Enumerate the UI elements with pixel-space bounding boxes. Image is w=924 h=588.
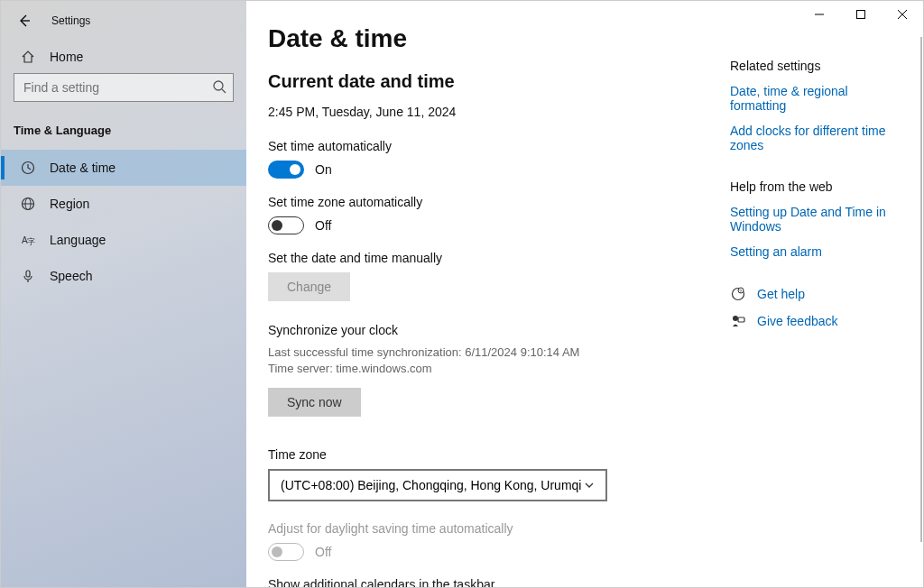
help-actions-section: ? Get help Give feedback [730,286,901,329]
auto-timezone-state: Off [315,218,331,233]
give-feedback-row[interactable]: Give feedback [730,313,901,329]
search-box [14,73,234,102]
svg-text:?: ? [739,289,742,294]
link-add-clocks[interactable]: Add clocks for different time zones [730,124,901,152]
manual-set-label: Set the date and time manually [268,251,719,265]
sync-heading: Synchronize your clock [268,323,719,337]
scrollbar-thumb[interactable] [920,37,922,542]
sync-server: Time server: time.windows.com [268,361,719,377]
sidebar-item-date-time[interactable]: Date & time [1,150,246,186]
auto-time-state: On [315,162,332,177]
sidebar-header: Settings [1,1,246,41]
dst-toggle [268,543,304,561]
globe-icon [21,197,35,211]
home-icon [21,50,35,64]
link-setting-alarm[interactable]: Setting an alarm [730,244,901,259]
sidebar-home-label: Home [50,50,83,64]
sidebar-item-language[interactable]: A字 Language [1,222,246,258]
sync-now-button[interactable]: Sync now [268,388,361,417]
search-input[interactable] [14,73,234,102]
svg-point-17 [733,316,738,321]
content-column: Date & time Current date and time 2:45 P… [268,24,719,587]
minimize-button[interactable] [799,1,840,28]
help-web-heading: Help from the web [730,179,901,194]
back-arrow-icon [17,14,32,28]
current-date-time-value: 2:45 PM, Tuesday, June 11, 2024 [268,105,719,119]
get-help-icon: ? [730,286,746,302]
link-setup-date-time[interactable]: Setting up Date and Time in Windows [730,205,901,234]
settings-window: Settings Home Time & Language Date & [0,0,924,588]
current-date-time-heading: Current date and time [268,71,719,92]
get-help-label: Get help [757,287,805,301]
auto-timezone-label: Set time zone automatically [268,195,719,209]
svg-text:字: 字 [27,237,35,246]
sidebar-item-label: Language [50,233,106,247]
sidebar-item-speech[interactable]: Speech [1,258,246,294]
minimize-icon [815,10,824,19]
clock-icon [21,161,35,175]
svg-line-6 [222,89,226,93]
sidebar: Settings Home Time & Language Date & [1,1,246,587]
link-date-regional-formatting[interactable]: Date, time & regional formatting [730,84,901,113]
help-web-section: Help from the web Setting up Date and Ti… [730,179,901,259]
auto-timezone-toggle[interactable] [268,216,304,234]
sidebar-home[interactable]: Home [1,41,246,73]
dst-label: Adjust for daylight saving time automati… [268,521,719,536]
sidebar-item-label: Date & time [50,161,116,175]
back-button[interactable] [14,10,35,32]
timezone-select[interactable]: (UTC+08:00) Beijing, Chongqing, Hong Kon… [268,469,607,501]
sidebar-nav: Date & time Region A字 Language Speech [1,150,246,294]
dst-state: Off [315,545,331,559]
auto-time-label: Set time automatically [268,139,719,153]
timezone-value: (UTC+08:00) Beijing, Chongqing, Hong Kon… [281,478,581,492]
svg-rect-1 [857,11,865,19]
additional-calendars-label: Show additional calendars in the taskbar [268,577,719,587]
search-icon [212,79,226,94]
svg-rect-13 [26,271,30,277]
related-settings-section: Related settings Date, time & regional f… [730,59,901,152]
give-feedback-label: Give feedback [757,314,838,328]
svg-rect-18 [738,317,744,322]
feedback-icon [730,313,746,329]
window-title: Settings [51,14,90,27]
auto-time-toggle[interactable] [268,161,304,179]
page-title: Date & time [268,24,719,53]
sidebar-item-label: Speech [50,269,92,283]
get-help-row[interactable]: ? Get help [730,286,901,302]
mic-icon [21,269,35,283]
sidebar-item-label: Region [50,197,89,211]
aside-column: Related settings Date, time & regional f… [719,24,901,587]
svg-point-5 [214,81,223,90]
sidebar-item-region[interactable]: Region [1,186,246,222]
close-icon [898,10,907,19]
close-button[interactable] [882,1,923,28]
sync-last: Last successful time synchronization: 6/… [268,345,719,361]
sidebar-category: Time & Language [1,111,246,142]
language-icon: A字 [21,233,35,247]
maximize-button[interactable] [840,1,882,28]
maximize-icon [856,10,865,19]
titlebar-controls [799,1,923,28]
search-wrap [1,73,246,111]
related-settings-heading: Related settings [730,59,901,73]
main-content[interactable]: Date & time Current date and time 2:45 P… [246,1,923,587]
change-date-time-button: Change [268,272,350,301]
timezone-label: Time zone [268,447,719,462]
chevron-down-icon [584,480,595,491]
